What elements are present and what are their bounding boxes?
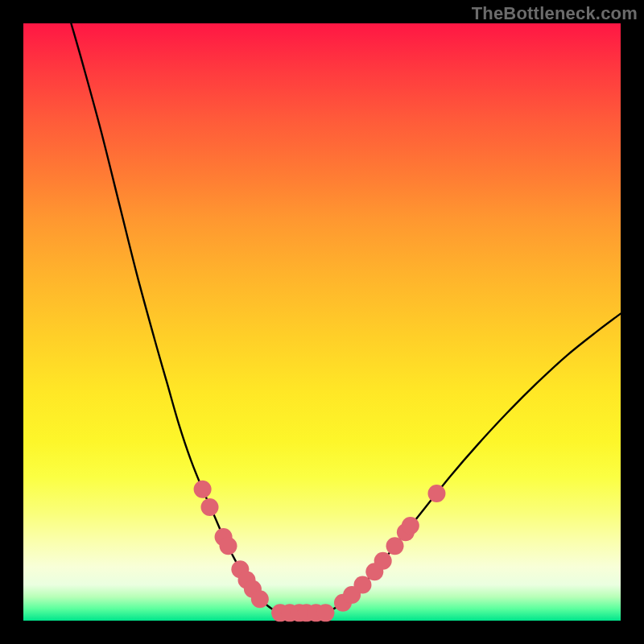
chart-area xyxy=(23,23,621,621)
highlight-dot xyxy=(374,552,392,570)
highlight-dot xyxy=(353,576,371,593)
watermark-text: TheBottleneck.com xyxy=(472,3,638,24)
highlight-dot xyxy=(251,590,269,608)
highlight-dot xyxy=(316,604,334,621)
highlight-dot xyxy=(402,517,419,535)
highlight-dot xyxy=(194,481,212,498)
curve-left-curve xyxy=(71,23,280,613)
highlight-dot xyxy=(220,537,237,555)
highlight-dot xyxy=(427,485,445,502)
highlight-dot xyxy=(201,498,219,516)
chart-svg xyxy=(23,23,621,621)
